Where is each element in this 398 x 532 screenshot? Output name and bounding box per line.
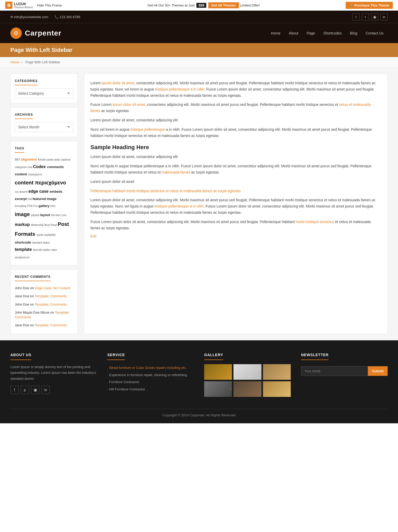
promo-area: Get All Our 50+ Themes at Just $99 Get A…: [147, 2, 260, 8]
tag-fun[interactable]: Fun: [33, 205, 39, 208]
twitter-icon[interactable]: t: [362, 13, 369, 20]
tag-audio[interactable]: audio: [54, 158, 61, 161]
tag-tiled[interactable]: tiled: [33, 248, 38, 251]
comment-link-3[interactable]: Template: Comments: [35, 302, 67, 306]
tag-standard[interactable]: standard: [32, 241, 43, 244]
tag-categories[interactable]: categories: [15, 166, 27, 169]
tag-shortcode[interactable]: shortcode: [15, 240, 32, 244]
hide-frame-button[interactable]: Hide This Frame: [37, 3, 62, 7]
tag-title[interactable]: title: [38, 248, 43, 251]
tag-gallery[interactable]: gallery: [39, 204, 51, 208]
tag-excerpt[interactable]: excerpt: [15, 197, 28, 201]
service-link-1[interactable]: Wood furniture or Case Goods repairs inc…: [109, 366, 187, 370]
categories-select[interactable]: Select Category: [15, 88, 73, 98]
tag-love[interactable]: Love: [61, 214, 67, 217]
tag-readability[interactable]: readability: [44, 233, 56, 236]
tag-content-greek[interactable]: περιεχόμενο: [28, 173, 42, 176]
promo-text: Get All Our 50+ Themes at Just: [147, 3, 195, 7]
article-para-10: Fusce Lorem ipsum dolor sit amet, consec…: [90, 219, 381, 231]
purchase-theme-button[interactable]: 🛒 Purchase This Theme: [346, 2, 393, 9]
tag-markup[interactable]: markup: [15, 222, 31, 227]
gallery-thumb-1[interactable]: ›: [204, 364, 232, 380]
newsletter-submit-button[interactable]: Submit: [368, 366, 388, 376]
nav-contact[interactable]: Contact Us: [361, 29, 388, 37]
tag-video[interactable]: video: [51, 248, 57, 251]
tag-codex[interactable]: Codex: [33, 164, 47, 169]
tag-must-read[interactable]: Must Read: [45, 224, 58, 226]
gallery-row-1: › ›: [204, 364, 291, 380]
gallery-thumb-5[interactable]: ›: [233, 381, 261, 397]
gallery-thumb-3[interactable]: [263, 364, 291, 380]
footer-linkedin-icon[interactable]: in: [41, 386, 50, 394]
tag-case[interactable]: case: [39, 189, 50, 194]
site-footer: ABOUT US Lorem Ipsum is simply dummy tex…: [0, 340, 398, 423]
edit-link[interactable]: Edit: [90, 234, 381, 238]
gallery-thumb-6[interactable]: [263, 381, 291, 397]
site-logo[interactable]: ⚙ Carpenter: [10, 27, 61, 39]
tag-greek-xl[interactable]: περιεχόμενο: [35, 180, 66, 185]
tag-aside[interactable]: aside: [47, 158, 54, 161]
tag-template[interactable]: template: [15, 247, 33, 252]
gallery-thumb-4[interactable]: ›: [204, 381, 232, 397]
tag-status[interactable]: status: [43, 241, 50, 244]
tag-formats[interactable]: Formats: [15, 231, 37, 237]
top-bar: ⚙ LUZUK Themes Market Hide This Frame Ge…: [0, 0, 398, 11]
luzuk-logo[interactable]: ⚙ LUZUK Themes Market: [5, 2, 33, 9]
get-all-themes-button[interactable]: Get AlI Themes: [208, 2, 239, 8]
footer-facebook-icon[interactable]: f: [10, 386, 19, 394]
tag-edge[interactable]: edge: [29, 189, 39, 194]
archives-select[interactable]: Select Month: [15, 122, 73, 132]
comment-link-2[interactable]: Template: Comments: [35, 294, 67, 298]
tag-fail[interactable]: Fail: [28, 198, 33, 201]
archives-title: ARCHIVES: [15, 113, 33, 119]
footer-newsletter-title: NEWSLETTER: [301, 353, 329, 360]
tag-post[interactable]: Post: [58, 221, 69, 227]
tag-articles[interactable]: Articles: [38, 158, 47, 161]
tag-content[interactable]: content: [15, 172, 28, 176]
tag-css[interactable]: css: [15, 190, 19, 193]
article-para-4: Nunc vel lorem in augue tristique pellen…: [90, 127, 381, 139]
header-top: ✉ info@yourwebsite.com 📞 123 345 6789 f …: [0, 11, 398, 23]
linkedin-icon[interactable]: in: [380, 13, 388, 20]
tag-formatting[interactable]: formatting: [15, 205, 27, 208]
price-badge: $99: [196, 3, 206, 8]
tag-comments[interactable]: comments: [47, 165, 64, 169]
footer-pinterest-icon[interactable]: p: [21, 386, 29, 394]
gallery-thumb-2[interactable]: ›: [233, 364, 261, 380]
tag-chat[interactable]: chat: [27, 166, 33, 169]
comment-link-1[interactable]: Edge Case: No Content: [35, 286, 70, 290]
tags-cloud: 8BIT alignment Articles aside audio capt…: [15, 156, 73, 260]
nav-home[interactable]: Home: [267, 29, 285, 37]
tag-mothership[interactable]: Mothership: [31, 224, 44, 226]
breadcrumb-home[interactable]: Home: [10, 60, 19, 64]
nav-page[interactable]: Page: [302, 29, 319, 37]
instagram-icon[interactable]: ▣: [371, 13, 378, 20]
nav-about[interactable]: About: [285, 29, 303, 37]
tag-lists[interactable]: lists: [56, 214, 61, 217]
tag-alignment[interactable]: alignment: [21, 157, 38, 161]
nav-shortcodes[interactable]: Shortcodes: [319, 29, 346, 37]
tag-featured[interactable]: featured: [33, 197, 47, 201]
nav-blog[interactable]: Blog: [346, 29, 361, 37]
tag-layout[interactable]: layout: [40, 213, 51, 217]
tag-image[interactable]: image: [47, 197, 57, 201]
footer-instagram-icon[interactable]: ▣: [31, 386, 39, 394]
newsletter-email-input[interactable]: [301, 366, 368, 376]
tag-captions[interactable]: captions: [61, 158, 70, 161]
tag-image-xl[interactable]: image: [15, 211, 31, 217]
tag-dowork[interactable]: dowork: [19, 190, 29, 193]
newsletter-form: Submit: [301, 366, 388, 376]
facebook-icon[interactable]: f: [352, 13, 360, 20]
article-para-6: Nunc vel ligula in augue tristique pelle…: [90, 163, 381, 176]
tag-link[interactable]: link: [51, 214, 56, 217]
tag-quote[interactable]: quote: [37, 233, 44, 236]
tag-content-xl[interactable]: content: [15, 180, 35, 185]
tag-embeds[interactable]: embeds: [50, 190, 62, 194]
tag-wordpress-tv[interactable]: wordpress.tv: [15, 256, 30, 259]
tag-ftw[interactable]: FTW: [27, 205, 33, 208]
tag-twitter[interactable]: twitter: [43, 248, 51, 251]
tag-html[interactable]: html: [50, 205, 55, 208]
tag-8bit[interactable]: 8BIT: [15, 158, 21, 161]
comment-link-5[interactable]: Template: Comments: [35, 323, 67, 327]
tag-jetpack[interactable]: jetpack: [31, 214, 40, 217]
